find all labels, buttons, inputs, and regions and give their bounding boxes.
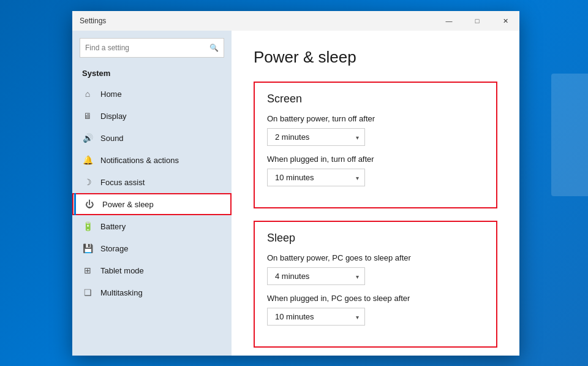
storage-icon: 💾 [82, 243, 93, 253]
close-button[interactable]: ✕ [491, 11, 519, 31]
sleep-section-title: Sleep [267, 232, 484, 245]
sleep-plugged-dropdown[interactable]: 5 minutes 10 minutes 15 minutes 20 minut… [267, 308, 365, 326]
screen-battery-dropdown[interactable]: 1 minute 2 minutes 3 minutes 5 minutes 1… [267, 128, 365, 146]
sidebar-item-focus-label: Focus assist [100, 178, 145, 187]
sidebar-item-storage-label: Storage [100, 244, 129, 253]
sidebar-item-display[interactable]: 🖥 Display [72, 105, 232, 127]
screen-section-title: Screen [267, 93, 484, 105]
titlebar: Settings — □ ✕ [72, 11, 519, 31]
sidebar-item-power-label: Power & sleep [102, 200, 154, 209]
screen-battery-label: On battery power, turn off after [267, 114, 484, 123]
sidebar-item-multitasking-label: Multitasking [100, 288, 143, 297]
screen-plugged-dropdown-wrapper: 5 minutes 10 minutes 15 minutes 20 minut… [267, 169, 365, 186]
window-controls: — □ ✕ [435, 11, 519, 31]
sidebar-item-sound-label: Sound [100, 134, 124, 143]
screen-plugged-label: When plugged in, turn off after [267, 154, 484, 164]
maximize-button[interactable]: □ [463, 11, 491, 31]
sidebar-item-battery[interactable]: 🔋 Battery [72, 215, 232, 237]
page-title: Power & sleep [254, 48, 497, 67]
sidebar-item-focus[interactable]: ☽ Focus assist [72, 171, 232, 193]
search-icon: 🔍 [209, 44, 219, 52]
sidebar-item-tablet-label: Tablet mode [100, 266, 144, 275]
screen-plugged-dropdown[interactable]: 5 minutes 10 minutes 15 minutes 20 minut… [267, 169, 365, 186]
sleep-plugged-dropdown-wrapper: 5 minutes 10 minutes 15 minutes 20 minut… [267, 308, 365, 326]
window-content: 🔍 System ⌂ Home 🖥 Display 🔊 Sound 🔔 Noti… [72, 31, 519, 356]
sidebar-item-home[interactable]: ⌂ Home [72, 83, 232, 105]
sidebar: 🔍 System ⌂ Home 🖥 Display 🔊 Sound 🔔 Noti… [72, 31, 232, 356]
search-box[interactable]: 🔍 [80, 38, 224, 58]
sleep-battery-dropdown[interactable]: 1 minute 2 minutes 3 minutes 4 minutes 5… [267, 267, 365, 285]
sound-icon: 🔊 [82, 133, 93, 143]
sidebar-item-notifications[interactable]: 🔔 Notifications & actions [72, 149, 232, 171]
screen-section: Screen On battery power, turn off after … [254, 82, 497, 208]
settings-window: Settings — □ ✕ 🔍 System ⌂ Home 🖥 Display [72, 11, 519, 356]
desktop-accent [551, 74, 588, 196]
sidebar-item-home-label: Home [100, 90, 122, 99]
sidebar-item-tablet[interactable]: ⊞ Tablet mode [72, 259, 232, 281]
sidebar-item-storage[interactable]: 💾 Storage [72, 237, 232, 259]
sidebar-item-display-label: Display [100, 112, 127, 121]
display-icon: 🖥 [82, 111, 93, 121]
screen-battery-dropdown-wrapper: 1 minute 2 minutes 3 minutes 5 minutes 1… [267, 128, 365, 146]
sidebar-item-sound[interactable]: 🔊 Sound [72, 127, 232, 149]
sidebar-item-notifications-label: Notifications & actions [100, 156, 179, 165]
sidebar-item-power[interactable]: ⏻ Power & sleep [72, 193, 232, 215]
home-icon: ⌂ [82, 89, 93, 99]
focus-icon: ☽ [82, 177, 93, 187]
system-label: System [72, 63, 232, 83]
sidebar-item-battery-label: Battery [100, 222, 126, 231]
notifications-icon: 🔔 [82, 155, 93, 165]
search-input[interactable] [85, 44, 209, 52]
sleep-battery-dropdown-wrapper: 1 minute 2 minutes 3 minutes 4 minutes 5… [267, 267, 365, 285]
sleep-section: Sleep On battery power, PC goes to sleep… [254, 221, 497, 348]
tablet-icon: ⊞ [82, 265, 93, 275]
sleep-battery-label: On battery power, PC goes to sleep after [267, 253, 484, 262]
sidebar-item-multitasking[interactable]: ❏ Multitasking [72, 281, 232, 303]
sleep-plugged-label: When plugged in, PC goes to sleep after [267, 294, 484, 303]
multitasking-icon: ❏ [82, 288, 93, 297]
power-icon: ⏻ [84, 199, 95, 209]
window-title: Settings [80, 17, 106, 25]
main-content: Power & sleep Screen On battery power, t… [232, 31, 519, 356]
minimize-button[interactable]: — [435, 11, 463, 31]
battery-icon: 🔋 [82, 221, 93, 231]
